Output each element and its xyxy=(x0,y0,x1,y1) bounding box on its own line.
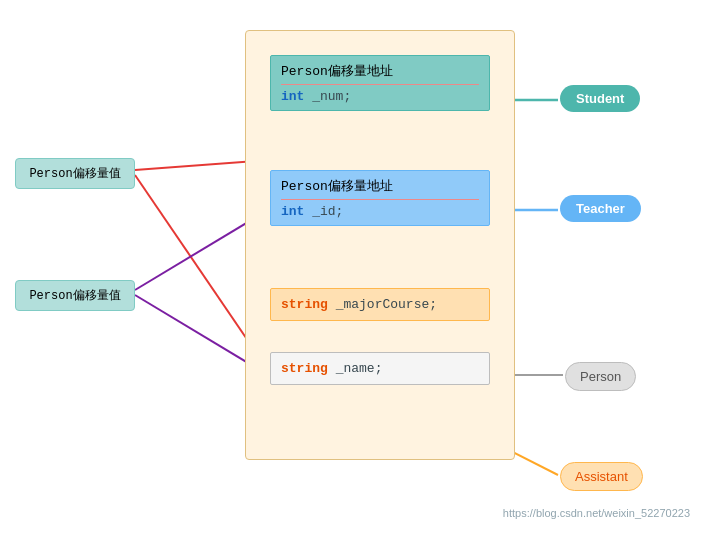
major-var: _majorCourse; xyxy=(336,297,437,312)
offset-box-2-code: int _id; xyxy=(281,204,479,219)
offset-box-2: Person偏移量地址 int _id; xyxy=(270,170,490,226)
name-box: string _name; xyxy=(270,352,490,385)
assistant-label: Assistant xyxy=(560,462,643,491)
offset-box-1-code: int _num; xyxy=(281,89,479,104)
int-keyword-1: int xyxy=(281,89,304,104)
offset-box-1: Person偏移量地址 int _num; xyxy=(270,55,490,111)
person-offset-value-2: Person偏移量值 xyxy=(15,280,135,311)
num-var: _num; xyxy=(312,89,351,104)
student-label: Student xyxy=(560,85,640,112)
major-course-box: string _majorCourse; xyxy=(270,288,490,321)
id-var: _id; xyxy=(312,204,343,219)
offset-box-1-title: Person偏移量地址 xyxy=(281,62,479,80)
watermark: https://blog.csdn.net/weixin_52270223 xyxy=(503,507,690,519)
int-keyword-2: int xyxy=(281,204,304,219)
string-keyword-1: string xyxy=(281,297,328,312)
teacher-label: Teacher xyxy=(560,195,641,222)
major-course-code: string _majorCourse; xyxy=(281,297,479,312)
name-code: string _name; xyxy=(281,361,479,376)
offset-box-2-title: Person偏移量地址 xyxy=(281,177,479,195)
person-label: Person xyxy=(565,362,636,391)
string-keyword-2: string xyxy=(281,361,328,376)
name-var: _name; xyxy=(336,361,383,376)
person-offset-value-1: Person偏移量值 xyxy=(15,158,135,189)
